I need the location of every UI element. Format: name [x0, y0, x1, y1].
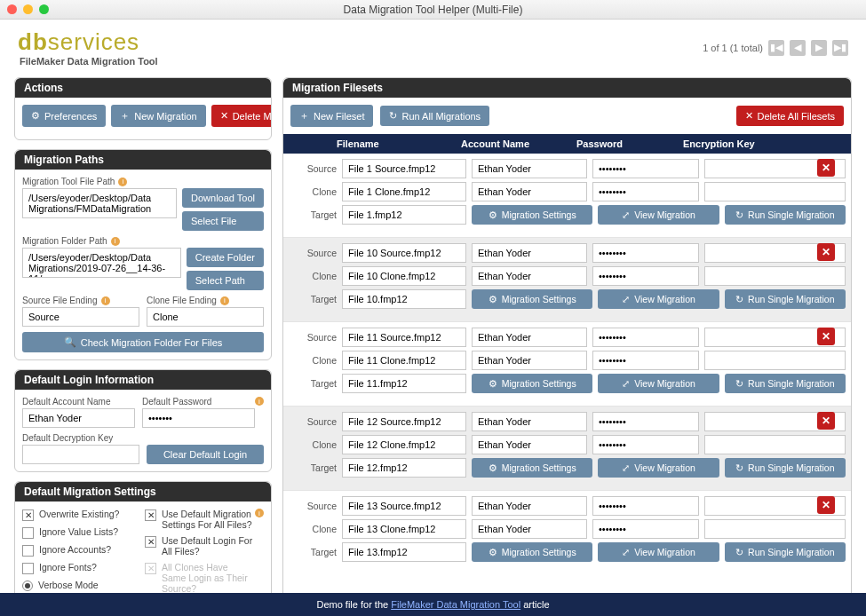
delete-fileset-button[interactable]: ✕ [817, 243, 835, 261]
clear-login-button[interactable]: Clear Default Login [147, 445, 264, 464]
clone-ending-input[interactable] [147, 307, 264, 327]
clone-account-input[interactable] [472, 266, 587, 286]
source-ending-input[interactable] [22, 307, 139, 327]
tool-path-input[interactable]: /Users/eyoder/Desktop/Data Migrations/FM… [22, 188, 177, 218]
clone-encryption-input[interactable] [704, 182, 846, 201]
clone-password-input[interactable] [592, 351, 699, 370]
clone-password-input[interactable] [592, 266, 699, 286]
clone-filename-input[interactable] [342, 435, 466, 454]
delete-all-button[interactable]: ✕Delete All Filesets [736, 106, 844, 126]
source-filename-input[interactable] [342, 328, 466, 347]
source-filename-input[interactable] [342, 496, 466, 516]
new-fileset-button[interactable]: ＋New Fileset [290, 105, 373, 127]
download-tool-button[interactable]: Download Tool [182, 188, 264, 208]
refresh-icon: ↻ [389, 110, 397, 122]
run-single-button[interactable]: ↻ Run Single Migration [725, 374, 846, 393]
run-single-button[interactable]: ↻ Run Single Migration [725, 458, 846, 478]
use-default-settings-checkbox[interactable]: ✕ [145, 509, 156, 521]
use-default-login-checkbox[interactable]: ✕ [145, 536, 156, 548]
delete-fileset-button[interactable]: ✕ [817, 328, 835, 345]
source-filename-input[interactable] [342, 243, 466, 263]
prev-icon[interactable]: ◀ [790, 40, 806, 56]
migration-settings-button[interactable]: ⚙ Migration Settings [472, 458, 592, 478]
source-password-input[interactable] [592, 496, 699, 516]
info-icon[interactable]: i [255, 509, 264, 517]
run-single-button[interactable]: ↻ Run Single Migration [725, 542, 846, 562]
delete-fileset-button[interactable]: ✕ [817, 159, 835, 177]
run-single-button[interactable]: ↻ Run Single Migration [725, 289, 846, 309]
new-migration-button[interactable]: ＋New Migration [111, 105, 205, 127]
delete-migration-button[interactable]: ✕Delete Migration [211, 105, 272, 127]
select-file-button[interactable]: Select File [182, 211, 264, 231]
run-single-button[interactable]: ↻ Run Single Migration [725, 205, 846, 225]
view-migration-button[interactable]: ⤢ View Migration [598, 374, 719, 393]
source-password-input[interactable] [592, 412, 699, 431]
decrypt-input[interactable] [22, 445, 139, 464]
view-migration-button[interactable]: ⤢ View Migration [598, 289, 719, 309]
source-filename-input[interactable] [342, 159, 466, 178]
verbose-radio[interactable] [22, 580, 33, 591]
account-input[interactable] [22, 408, 135, 428]
source-account-input[interactable] [472, 243, 587, 263]
select-path-button[interactable]: Select Path [187, 271, 264, 290]
check-folder-button[interactable]: 🔍Check Migration Folder For Files [22, 332, 264, 352]
first-icon[interactable]: ▮◀ [768, 40, 784, 56]
clone-encryption-input[interactable] [704, 519, 846, 539]
source-account-input[interactable] [472, 412, 587, 431]
info-icon[interactable]: i [118, 178, 127, 186]
next-icon[interactable]: ▶ [811, 40, 827, 56]
source-filename-input[interactable] [342, 412, 466, 431]
clone-filename-input[interactable] [342, 266, 466, 286]
view-migration-button[interactable]: ⤢ View Migration [598, 205, 719, 225]
delete-fileset-button[interactable]: ✕ [817, 496, 835, 514]
password-input[interactable] [142, 408, 255, 428]
info-icon[interactable]: i [101, 296, 110, 305]
info-icon[interactable]: i [111, 237, 120, 246]
overwrite-checkbox[interactable]: ✕ [22, 509, 34, 521]
clone-filename-input[interactable] [342, 351, 466, 370]
clone-account-input[interactable] [472, 435, 587, 454]
info-icon[interactable]: i [220, 296, 229, 305]
clone-encryption-input[interactable] [704, 266, 846, 286]
migration-settings-button[interactable]: ⚙ Migration Settings [472, 542, 592, 562]
clone-password-input[interactable] [592, 519, 699, 539]
folder-path-input[interactable]: /Users/eyoder/Desktop/Data Migrations/20… [22, 248, 181, 278]
run-all-button[interactable]: ↻Run All Migrations [380, 106, 489, 126]
info-icon[interactable]: i [255, 397, 264, 406]
ignore-accounts-checkbox[interactable] [22, 545, 34, 557]
delete-fileset-button[interactable]: ✕ [817, 412, 835, 430]
clone-filename-input[interactable] [342, 519, 466, 539]
target-filename-input[interactable] [342, 289, 466, 309]
last-icon[interactable]: ▶▮ [832, 40, 848, 56]
clone-account-input[interactable] [472, 519, 587, 539]
clone-filename-input[interactable] [342, 182, 466, 201]
clone-account-input[interactable] [472, 182, 587, 201]
clone-account-input[interactable] [472, 351, 587, 370]
create-folder-button[interactable]: Create Folder [187, 248, 264, 267]
target-filename-input[interactable] [342, 205, 466, 225]
source-password-input[interactable] [592, 243, 699, 263]
clone-password-input[interactable] [592, 182, 699, 201]
view-migration-button[interactable]: ⤢ View Migration [598, 542, 719, 562]
migration-settings-button[interactable]: ⚙ Migration Settings [472, 289, 592, 309]
clone-password-input[interactable] [592, 435, 699, 454]
preferences-button[interactable]: ⚙Preferences [22, 105, 106, 127]
fileset-list[interactable]: ✕ Source Clone Target ⚙ Migration Settin… [283, 154, 851, 562]
source-account-input[interactable] [472, 159, 587, 178]
clone-encryption-input[interactable] [704, 351, 846, 370]
source-account-input[interactable] [472, 496, 587, 516]
source-password-input[interactable] [592, 328, 699, 347]
ignore-fonts-checkbox[interactable] [22, 563, 34, 574]
ignore-valuelists-checkbox[interactable] [22, 527, 34, 539]
close-icon: ✕ [745, 110, 753, 122]
source-account-input[interactable] [472, 328, 587, 347]
migration-settings-button[interactable]: ⚙ Migration Settings [472, 374, 592, 393]
target-filename-input[interactable] [342, 542, 466, 562]
target-filename-input[interactable] [342, 458, 466, 478]
target-filename-input[interactable] [342, 374, 466, 393]
clone-encryption-input[interactable] [704, 435, 846, 454]
view-migration-button[interactable]: ⤢ View Migration [598, 458, 719, 478]
source-password-input[interactable] [592, 159, 699, 178]
footer-link[interactable]: FileMaker Data Migration Tool [391, 599, 520, 610]
migration-settings-button[interactable]: ⚙ Migration Settings [472, 205, 592, 225]
